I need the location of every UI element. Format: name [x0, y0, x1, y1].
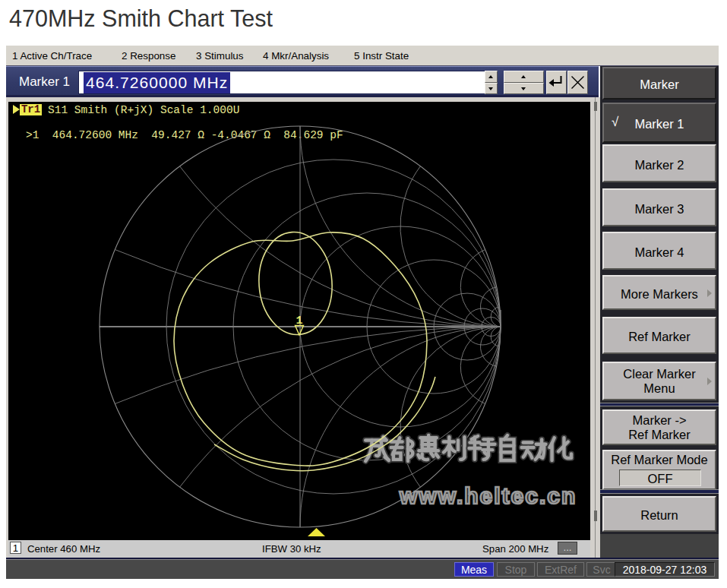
svg-text:www.heltec.cn: www.heltec.cn — [399, 483, 577, 508]
